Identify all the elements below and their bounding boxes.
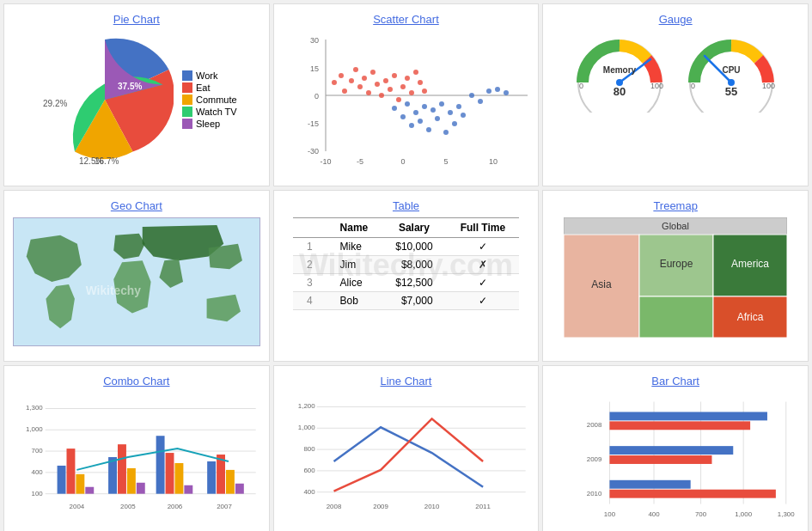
svg-text:0: 0 [579,82,583,90]
cpu-gauge-svg: 0 100 CPU 55 [684,35,778,113]
svg-text:1,200: 1,200 [298,402,315,410]
svg-point-42 [418,119,423,124]
gauge-card: Gauge [542,3,809,186]
svg-text:2008: 2008 [587,421,602,429]
svg-text:5: 5 [443,157,448,166]
combo-svg: 1,300 1,000 700 400 100 2004 2005 2006 2… [13,393,260,526]
svg-text:1,000: 1,000 [26,425,43,433]
gauge-title[interactable]: Gauge [552,13,799,26]
svg-point-38 [400,114,406,119]
col-fulltime: Full Time [447,218,519,238]
svg-text:100: 100 [604,510,616,518]
table-card: Table Name Salary Full Time 1Mike$10,000… [273,190,540,362]
svg-text:400: 400 [649,510,661,518]
svg-text:Asia: Asia [591,278,612,290]
svg-text:Africa: Africa [737,311,764,323]
svg-rect-107 [137,483,145,494]
svg-rect-105 [118,444,126,494]
svg-point-39 [405,101,410,107]
svg-point-34 [413,70,418,75]
svg-rect-110 [174,463,183,494]
svg-text:2009: 2009 [373,503,388,510]
svg-point-53 [469,93,474,98]
svg-text:2005: 2005 [120,503,136,510]
svg-text:700: 700 [31,447,43,455]
table-container: Name Salary Full Time 1Mike$10,000✓ 2Jim… [283,217,530,310]
svg-text:2004: 2004 [70,503,85,510]
svg-text:2006: 2006 [168,503,183,510]
memory-gauge-svg: 0 100 Memory 80 [572,35,667,113]
pie-chart-card: Pie Chart 37.5% 12.5% 29.2% 16.7% [3,3,270,186]
treemap-container: Global Asia Europe America Africa [552,217,799,338]
svg-text:1,000: 1,000 [736,510,753,518]
svg-text:400: 400 [31,468,43,476]
pie-chart-container: 37.5% 12.5% 29.2% 16.7% Work Eat Commute… [13,31,260,168]
svg-text:100: 100 [31,490,43,497]
svg-text:37.5%: 37.5% [118,82,142,91]
svg-point-46 [435,116,440,121]
svg-text:1,300: 1,300 [778,510,795,518]
svg-text:2010: 2010 [424,503,439,510]
svg-point-47 [439,101,444,107]
svg-point-37 [392,106,397,111]
pie-legend: Work Eat Commute Watch TV Sleep [182,69,237,131]
line-chart-title[interactable]: Line Chart [283,375,530,388]
combo-chart-title[interactable]: Combo Chart [13,375,260,388]
svg-point-22 [362,76,367,81]
scatter-chart-title[interactable]: Scatter Chart [283,13,530,26]
svg-text:Wikitechy: Wikitechy [86,284,142,297]
svg-text:Global: Global [662,221,689,231]
scatter-chart-card: Scatter Chart 30 15 0 -15 -30 -10 -5 0 5… [273,3,540,186]
svg-rect-109 [166,453,174,494]
bar-chart-title[interactable]: Bar Chart [552,375,799,388]
svg-text:Memory: Memory [603,65,637,75]
svg-rect-114 [226,470,235,494]
svg-text:America: America [731,258,769,270]
pie-chart-title[interactable]: Pie Chart [13,13,260,26]
svg-point-26 [379,93,384,98]
table-row: 2Jim$8,000✗ [293,256,519,274]
table-title[interactable]: Table [283,199,530,212]
line-chart-card: Line Chart 1,200 1,000 800 600 400 2008 … [273,365,540,531]
svg-point-44 [426,127,431,132]
svg-text:1,300: 1,300 [26,404,43,412]
svg-point-20 [353,67,358,72]
svg-text:800: 800 [303,445,315,453]
svg-point-41 [413,110,418,115]
svg-point-29 [392,73,397,78]
treemap-svg: Global Asia Europe America Africa [564,217,787,338]
svg-point-45 [430,107,436,113]
geo-chart-card: Geo Chart Wikitech [3,190,270,362]
svg-text:80: 80 [614,85,626,98]
svg-point-16 [332,80,337,85]
table-row: 3Alice$12,500✓ [293,274,519,292]
svg-point-52 [461,113,466,118]
combo-container: 1,300 1,000 700 400 100 2004 2005 2006 2… [13,393,260,526]
gauge-container: 0 100 Memory 80 [552,31,799,115]
svg-point-50 [452,121,457,126]
svg-rect-111 [184,485,192,494]
svg-point-31 [400,84,406,89]
svg-rect-112 [207,461,216,494]
svg-text:15: 15 [310,64,319,73]
svg-point-56 [495,87,500,92]
svg-text:2010: 2010 [587,490,602,497]
svg-point-25 [375,82,380,87]
svg-text:CPU: CPU [723,65,741,75]
geo-chart-title[interactable]: Geo Chart [13,199,260,212]
svg-text:1,000: 1,000 [298,424,315,431]
svg-text:0: 0 [400,157,405,166]
svg-text:-5: -5 [357,157,363,166]
svg-text:700: 700 [695,510,707,518]
data-table: Name Salary Full Time 1Mike$10,000✓ 2Jim… [293,217,519,310]
table-row: 1Mike$10,000✓ [293,238,519,256]
svg-point-35 [418,80,423,85]
svg-text:55: 55 [725,85,737,98]
svg-point-54 [478,99,483,104]
bar-chart-card: Bar Chart 2008 2009 2010 100 400 700 1,0… [542,365,809,531]
col-salary: Salary [382,218,446,238]
treemap-title[interactable]: Treemap [552,199,799,212]
scatter-svg: 30 15 0 -15 -30 -10 -5 0 5 10 [283,31,530,177]
svg-text:-15: -15 [308,119,319,128]
svg-rect-144 [610,421,751,430]
